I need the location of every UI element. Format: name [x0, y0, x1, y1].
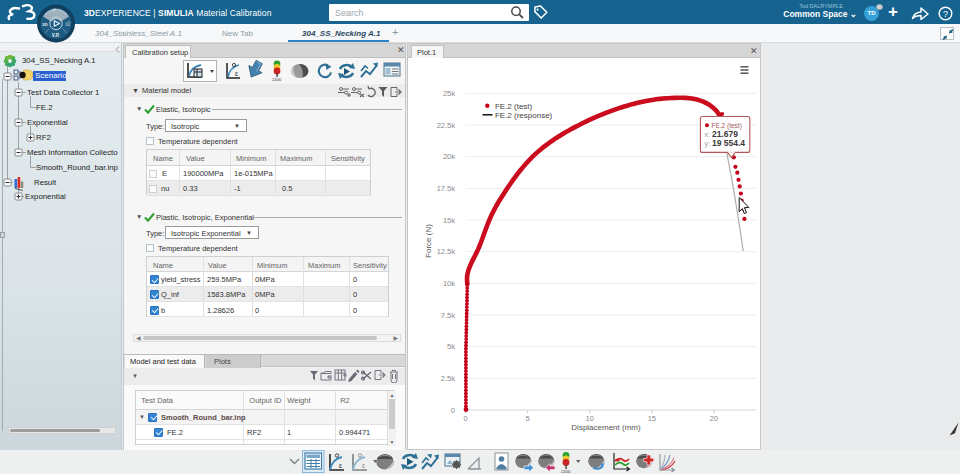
svg-text:20: 20 [710, 414, 718, 423]
svg-text:17.5k: 17.5k [437, 184, 456, 193]
svg-text:0: 0 [451, 406, 455, 415]
svg-text:5: 5 [526, 414, 530, 423]
svg-text:Displacement (mm): Displacement (mm) [571, 423, 641, 432]
svg-text://: // [52, 7, 57, 13]
svg-text:25k: 25k [443, 89, 455, 98]
svg-text:2.5k: 2.5k [441, 374, 455, 383]
svg-text:22000: 22000 [561, 470, 571, 474]
svg-text:V.R: V.R [52, 33, 60, 38]
svg-text:Force (N): Force (N) [424, 224, 433, 258]
svg-text:7.5k: 7.5k [441, 311, 455, 320]
svg-text:22000: 22000 [272, 78, 282, 82]
svg-text:y:: y: [705, 140, 711, 148]
svg-text:15: 15 [648, 414, 656, 423]
svg-text:x:: x: [705, 131, 711, 138]
svg-text:10: 10 [586, 414, 594, 423]
svg-text:FE.2 (response): FE.2 (response) [495, 111, 553, 120]
svg-text:iǓ: iǓ [66, 20, 71, 26]
svg-text:5k: 5k [447, 342, 455, 351]
svg-text:0: 0 [463, 414, 467, 423]
svg-text:ε: ε [235, 70, 238, 77]
svg-text:15k: 15k [443, 216, 455, 225]
svg-text:12.5k: 12.5k [437, 247, 456, 256]
svg-text:3D: 3D [42, 21, 48, 26]
svg-text:19 554.4: 19 554.4 [712, 138, 745, 148]
svg-text:20k: 20k [443, 152, 455, 161]
svg-text:FE.2 (test): FE.2 (test) [495, 102, 533, 111]
svg-text:22.5k: 22.5k [437, 121, 456, 130]
svg-text:?: ? [943, 9, 948, 19]
svg-text:10k: 10k [443, 279, 455, 288]
